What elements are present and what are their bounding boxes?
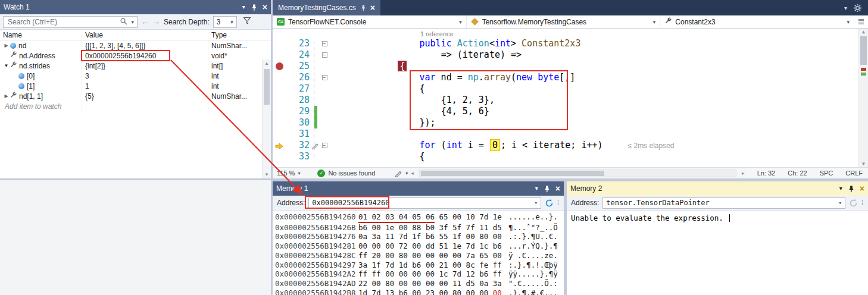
address-value[interactable]: tensor.TensorDataPointer (606, 199, 709, 207)
watch-scrollbar[interactable]: ▲ ▼ (262, 59, 271, 178)
status-spaces[interactable]: SPC (820, 170, 833, 177)
column-type[interactable]: Type (208, 30, 261, 40)
watch-row-add-item[interactable]: Add item to watch (0, 101, 271, 111)
breakpoint-gutter[interactable] (273, 38, 287, 49)
watch-row-nd-strides[interactable]: ▼nd.strides {int[2]} int[] (0, 61, 271, 71)
pin-icon[interactable] (251, 4, 257, 11)
refresh-icon[interactable] (545, 199, 554, 208)
memory2-panel-header[interactable]: Memory 2 ▾ × (567, 181, 868, 196)
breakpoint-gutter[interactable] (273, 117, 287, 128)
expander-expanded-icon[interactable]: ▼ (3, 63, 10, 68)
filter-icon[interactable] (243, 17, 252, 27)
close-icon[interactable]: × (860, 184, 864, 193)
scrollbar-thumb[interactable] (421, 171, 604, 176)
search-prev-icon[interactable]: ← (141, 17, 149, 26)
expander-collapsed-icon[interactable]: ▶ (3, 43, 10, 48)
search-icon[interactable] (120, 17, 127, 27)
memory2-address-combo[interactable]: tensor.TensorDataPointer ▾ (602, 197, 845, 209)
close-icon[interactable]: × (263, 3, 267, 11)
refresh-icon[interactable] (849, 199, 858, 208)
search-input[interactable] (7, 17, 117, 27)
window-menu-icon[interactable]: ▾ (839, 186, 842, 192)
scroll-down-icon[interactable]: ▼ (263, 172, 271, 177)
breakpoint-gutter[interactable] (273, 128, 287, 140)
toolbar-overflow-icon[interactable]: ⁞ (861, 199, 864, 206)
tab-memorytestingcases[interactable]: MemoryTestingCases.cs × (273, 0, 380, 15)
editor-scrollbar[interactable]: ▲ ▼ (858, 29, 868, 167)
split-editor-icon[interactable] (854, 18, 868, 26)
scroll-up-icon[interactable]: ▲ (263, 61, 271, 66)
column-name[interactable]: Name (0, 30, 82, 40)
outline-toggle[interactable]: − (319, 72, 330, 83)
window-menu-icon[interactable]: ▾ (242, 4, 245, 10)
watch-row-nd-1-1[interactable]: ▶nd[1, 1] {5} NumShar... (0, 91, 271, 101)
close-icon[interactable]: × (370, 3, 375, 12)
watch-row-nd-address[interactable]: nd.Address 0x000002556b194260 void* (0, 51, 271, 61)
gear-icon[interactable] (853, 4, 862, 12)
breakpoint-gutter[interactable] (273, 151, 287, 162)
breakpoint-gutter[interactable] (273, 106, 287, 117)
outline-toggle[interactable]: − (319, 49, 330, 61)
breakpoint-gutter[interactable] (273, 61, 287, 72)
code-cleanup-icon[interactable] (395, 170, 402, 177)
watch-panel-header[interactable]: Watch 1 ▾ × (0, 0, 271, 14)
address-label: Address: (277, 199, 305, 207)
horizontal-scrollbar[interactable] (419, 170, 736, 177)
pin-icon[interactable] (848, 185, 854, 193)
breakpoint-gutter[interactable] (273, 72, 287, 83)
codelens-references[interactable]: 1 reference (420, 30, 454, 37)
watch-row-strides-1[interactable]: [1] 1 int (0, 81, 271, 91)
zoom-level[interactable]: 115 % (277, 170, 295, 177)
search-depth-combo[interactable]: 3 ▾ (213, 16, 237, 28)
window-menu-icon[interactable]: ▾ (535, 186, 538, 192)
line-number: 27 (287, 83, 313, 95)
editor-status-bar: 115 % ▾ ✓ No issues found ▾ ◂ ▸ Ln: 32 C… (273, 167, 868, 178)
address-label: Address: (571, 199, 599, 207)
toolbar-overflow-icon[interactable]: ⁞ (557, 199, 560, 206)
code-line-24: 24 − => (iterate) => (273, 49, 868, 61)
code-cleanup-dropdown-icon[interactable]: ▾ (405, 171, 408, 176)
line-number: 33 (287, 151, 313, 162)
status-eol[interactable]: CRLF (845, 170, 863, 177)
watch-row-nd[interactable]: ▶nd {[[1, 2, 3], [4, 5, 6]]} NumShar... (0, 40, 271, 51)
perf-tip[interactable]: ≤ 2ms elapsed (628, 142, 675, 150)
line-number: 30 (287, 117, 313, 128)
memory1-hex-view[interactable]: 0x000002556B19426001 02 03 04 05 06 65 0… (273, 211, 564, 295)
hscroll-right-icon[interactable]: ▸ (742, 170, 745, 176)
scroll-down-icon[interactable]: ▼ (859, 161, 868, 167)
zoom-dropdown-icon[interactable]: ▾ (298, 171, 300, 176)
no-issues-icon: ✓ (317, 170, 325, 177)
code-line-30: 30 }); (273, 117, 868, 128)
memory2-message-area[interactable]: Unable to evaluate the expression. (567, 211, 868, 295)
issues-status[interactable]: No issues found (328, 170, 375, 177)
memory1-address-combo[interactable]: 0x000002556B194260 ▾ (308, 197, 541, 209)
memory1-panel-header[interactable]: Memory 1 ▾ × (273, 181, 564, 196)
breakpoint-icon[interactable] (276, 62, 283, 70)
watch-grid-header[interactable]: Name Value Type (0, 30, 271, 40)
breakpoint-gutter[interactable] (273, 95, 287, 106)
breakpoint-gutter[interactable] (273, 83, 287, 95)
code-editor[interactable]: 1 reference 23 − public Action<int> Cons… (273, 29, 868, 167)
pin-icon[interactable] (360, 4, 366, 11)
close-icon[interactable]: × (555, 184, 560, 193)
outline-toggle[interactable]: − (319, 140, 330, 151)
search-next-icon[interactable]: → (152, 17, 160, 26)
hscroll-left-icon[interactable]: ◂ (411, 170, 414, 176)
address-value[interactable]: 0x000002556B194260 (312, 199, 389, 207)
outline-toggle[interactable]: − (319, 38, 330, 49)
breakpoint-gutter[interactable] (273, 140, 287, 151)
scrollbar-thumb[interactable] (860, 36, 867, 65)
scroll-up-icon[interactable]: ▲ (859, 29, 868, 34)
column-value[interactable]: Value (82, 30, 208, 40)
project-dropdown[interactable]: C# TensorFlowNET.Console ▾ (273, 15, 467, 28)
pin-icon[interactable] (544, 185, 550, 193)
member-dropdown[interactable]: Constant2x3 ▾ (660, 15, 854, 28)
expander-collapsed-icon[interactable]: ▶ (3, 93, 10, 99)
search-options-icon[interactable]: ▾ (131, 19, 134, 25)
breakpoint-gutter[interactable] (273, 49, 287, 61)
type-dropdown[interactable]: Tensorflow.MemoryTestingCases ▾ (467, 15, 661, 28)
scrollbar-thumb[interactable] (264, 69, 270, 105)
watch-row-strides-0[interactable]: [0] 3 int (0, 71, 271, 81)
watch-search-box[interactable]: ▾ (3, 16, 138, 28)
tab-list-icon[interactable]: ▾ (844, 5, 847, 11)
